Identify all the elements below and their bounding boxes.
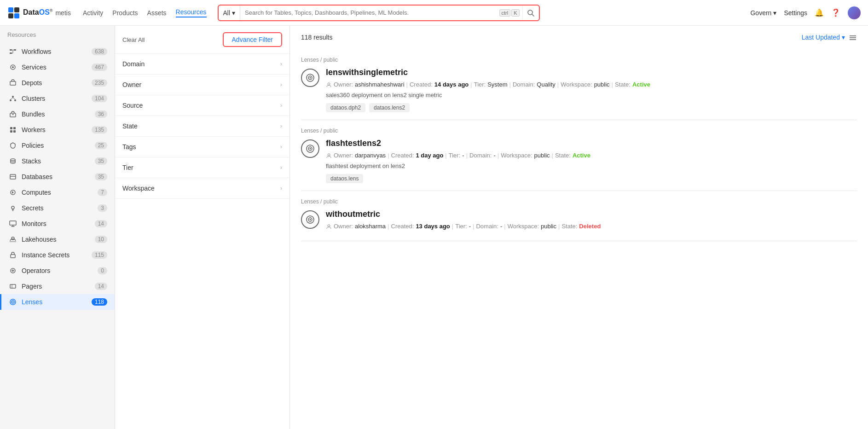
sidebar-item-secrets[interactable]: Secrets 3 bbox=[0, 200, 115, 216]
result-main-1: flashtestlens2 Owner: darpanvyas | Creat… bbox=[301, 139, 857, 183]
logo-instance: metis bbox=[55, 9, 70, 17]
pagers-icon bbox=[9, 282, 17, 290]
svg-rect-33 bbox=[11, 255, 15, 258]
result-title-1[interactable]: flashtestlens2 bbox=[326, 139, 857, 148]
nav-activity[interactable]: Activity bbox=[83, 9, 103, 17]
logo-icon bbox=[7, 6, 20, 19]
tag-1-0[interactable]: dataos.lens bbox=[326, 174, 363, 183]
filter-tags[interactable]: Tags › bbox=[115, 137, 289, 157]
svg-point-32 bbox=[12, 237, 14, 240]
sidebar-item-workflows[interactable]: Workflows 638 bbox=[0, 44, 115, 59]
sidebar-stacks-count: 35 bbox=[95, 157, 107, 165]
svg-rect-37 bbox=[10, 284, 16, 288]
nav-assets[interactable]: Assets bbox=[147, 9, 167, 17]
results-count: 118 results bbox=[301, 34, 332, 41]
filter-source[interactable]: Source › bbox=[115, 95, 289, 116]
search-bar[interactable]: All ▾ ctrl K bbox=[218, 5, 540, 21]
svg-rect-22 bbox=[10, 127, 12, 129]
sidebar-item-instance-secrets[interactable]: Instance Secrets 115 bbox=[0, 247, 115, 263]
search-input[interactable] bbox=[240, 9, 499, 16]
result-meta-2: Owner: aloksharma | Created: 13 days ago… bbox=[326, 223, 857, 230]
result-content-2: withoutmetric Owner: aloksharma | Create… bbox=[326, 209, 857, 233]
notifications-icon[interactable]: 🔔 bbox=[815, 8, 824, 17]
filter-domain-label: Domain bbox=[122, 60, 145, 68]
right-nav: Govern ▾ Settings 🔔 ❓ bbox=[750, 6, 861, 19]
sidebar-item-pagers[interactable]: Pagers 14 bbox=[0, 278, 115, 294]
filter-tags-chevron: › bbox=[280, 144, 282, 150]
sidebar-lenses-count: 118 bbox=[92, 298, 107, 306]
svg-rect-3 bbox=[14, 13, 19, 18]
advance-filter-button[interactable]: Advance Filter bbox=[223, 32, 282, 47]
tag-0-1[interactable]: dataos.lens2 bbox=[369, 103, 410, 112]
sidebar-item-depots[interactable]: Depots 235 bbox=[0, 75, 115, 91]
filter-workspace-chevron: › bbox=[280, 185, 282, 191]
sidebar-instance-secrets-label: Instance Secrets bbox=[22, 251, 87, 259]
avatar[interactable] bbox=[848, 6, 861, 19]
result-card-1: Lenses / public flashtestlens2 Owner: da… bbox=[301, 120, 857, 191]
filter-state[interactable]: State › bbox=[115, 116, 289, 137]
nav-resources[interactable]: Resources bbox=[176, 8, 207, 17]
sidebar-workers-label: Workers bbox=[22, 126, 87, 133]
result-card-2: Lenses / public withoutmetric Owner: alo… bbox=[301, 191, 857, 241]
breadcrumb-ns-1: public bbox=[324, 128, 338, 134]
sidebar-monitors-count: 14 bbox=[95, 220, 107, 227]
filter-domain[interactable]: Domain › bbox=[115, 54, 289, 75]
sidebar-item-operators[interactable]: Operators 0 bbox=[0, 263, 115, 278]
sidebar-lakehouses-count: 10 bbox=[95, 236, 107, 243]
sidebar-lakehouses-label: Lakehouses bbox=[22, 236, 90, 243]
sidebar-header: Resources bbox=[0, 26, 115, 44]
sidebar-item-policies[interactable]: Policies 25 bbox=[0, 138, 115, 153]
depots-icon bbox=[9, 79, 17, 87]
filter-workspace[interactable]: Workspace › bbox=[115, 178, 289, 199]
result-state-1: Active bbox=[573, 152, 590, 159]
filter-tier-label: Tier bbox=[122, 164, 133, 171]
clear-all-button[interactable]: Clear All bbox=[122, 36, 145, 43]
sidebar-item-bundles[interactable]: Bundles 36 bbox=[0, 106, 115, 122]
lenses-icon bbox=[9, 298, 17, 306]
result-icon-2 bbox=[301, 210, 319, 229]
logo-brand: DataOS® bbox=[23, 8, 52, 17]
services-icon bbox=[9, 63, 17, 71]
result-title-2[interactable]: withoutmetric bbox=[326, 209, 857, 219]
filter-source-label: Source bbox=[122, 102, 143, 109]
result-description-0: sales360 deployment on lens2 single metr… bbox=[326, 92, 857, 99]
govern-button[interactable]: Govern ▾ bbox=[750, 9, 776, 17]
sidebar-secrets-count: 3 bbox=[98, 204, 107, 212]
search-dropdown-label: All bbox=[223, 9, 231, 17]
sidebar-item-lenses[interactable]: Lenses 118 bbox=[0, 294, 115, 310]
settings-link[interactable]: Settings bbox=[784, 9, 807, 17]
policies-icon bbox=[9, 141, 17, 150]
sidebar-item-stacks[interactable]: Stacks 35 bbox=[0, 153, 115, 169]
logo[interactable]: DataOS® metis bbox=[7, 6, 72, 19]
sidebar-bundles-count: 36 bbox=[95, 110, 107, 118]
nav-products[interactable]: Products bbox=[112, 9, 138, 17]
sidebar-stacks-label: Stacks bbox=[22, 157, 90, 165]
results-header: 118 results Last Updated ▾ bbox=[301, 33, 857, 42]
result-main-2: withoutmetric Owner: aloksharma | Create… bbox=[301, 209, 857, 233]
search-icon bbox=[527, 9, 534, 17]
sidebar-policies-label: Policies bbox=[22, 142, 90, 149]
result-description-1: flashtest deployment on lens2 bbox=[326, 162, 857, 169]
sidebar-item-services[interactable]: Services 467 bbox=[0, 59, 115, 75]
svg-rect-2 bbox=[8, 13, 13, 18]
sidebar-item-computes[interactable]: Computes 7 bbox=[0, 185, 115, 200]
sidebar-item-lakehouses[interactable]: Lakehouses 10 bbox=[0, 232, 115, 247]
monitors-icon bbox=[9, 220, 17, 228]
sidebar-item-monitors[interactable]: Monitors 14 bbox=[0, 216, 115, 232]
filter-owner[interactable]: Owner › bbox=[115, 75, 289, 95]
tag-0-0[interactable]: dataos.dph2 bbox=[326, 103, 365, 112]
results-area: 118 results Last Updated ▾ Lenses / publ… bbox=[290, 26, 868, 429]
sidebar-item-workers[interactable]: Workers 135 bbox=[0, 122, 115, 138]
list-view-icon[interactable] bbox=[849, 33, 857, 42]
sidebar-item-clusters[interactable]: Clusters 104 bbox=[0, 91, 115, 106]
result-card-0: Lenses / public lenswithsinglemetric Own… bbox=[301, 49, 857, 120]
filter-tier[interactable]: Tier › bbox=[115, 157, 289, 178]
result-title-0[interactable]: lenswithsinglemetric bbox=[326, 68, 857, 77]
sidebar-policies-count: 25 bbox=[95, 142, 107, 149]
help-icon[interactable]: ❓ bbox=[831, 8, 840, 17]
sidebar-item-databases[interactable]: Databases 35 bbox=[0, 169, 115, 185]
search-button[interactable] bbox=[522, 5, 539, 21]
filter-tags-label: Tags bbox=[122, 143, 136, 151]
sort-button[interactable]: Last Updated ▾ bbox=[802, 34, 845, 41]
search-dropdown[interactable]: All ▾ bbox=[219, 6, 241, 20]
